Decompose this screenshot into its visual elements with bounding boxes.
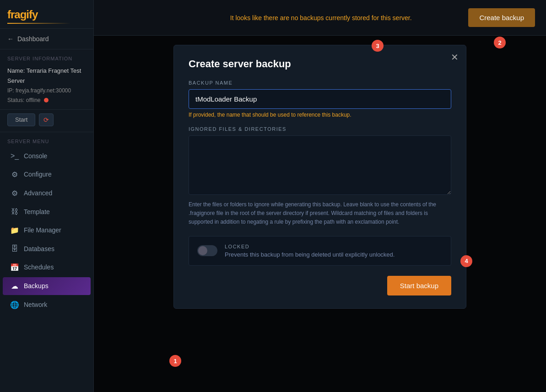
sidebar-item-label: Network <box>24 301 47 308</box>
sidebar-item-configure[interactable]: ⚙ Configure <box>3 166 91 183</box>
sidebar-item-label: Console <box>24 152 47 160</box>
advanced-icon: ⚙ <box>10 189 19 198</box>
logo: fragify <box>0 0 93 29</box>
logo-prefix: fra <box>7 8 20 21</box>
locked-section: LOCKED Prevents this backup from being d… <box>189 236 451 266</box>
ignored-files-hint: Enter the files or folders to ignore whi… <box>189 200 451 227</box>
file-manager-icon: 📁 <box>10 226 19 235</box>
ignored-files-label: IGNORED FILES & DIRECTORIES <box>189 126 451 132</box>
sidebar-item-advanced[interactable]: ⚙ Advanced <box>3 184 91 202</box>
modal-title: Create server backup <box>189 58 451 70</box>
console-icon: >_ <box>10 152 19 160</box>
status-indicator <box>44 98 49 102</box>
step-1-badge: 1 <box>169 355 181 367</box>
create-backup-button[interactable]: Create backup <box>468 8 535 27</box>
back-label: Dashboard <box>17 35 49 43</box>
sidebar-item-label: Backups <box>24 282 49 290</box>
toggle-knob <box>198 246 207 255</box>
sidebar-item-label: Template <box>24 208 50 215</box>
databases-icon: 🗄 <box>10 245 19 253</box>
sidebar-item-label: Databases <box>24 245 54 252</box>
modal-close-button[interactable]: ✕ <box>451 52 459 63</box>
modal-overlay: ✕ 3 4 Create server backup BACKUP NAME I… <box>94 36 546 392</box>
sidebar-item-console[interactable]: >_ Console <box>3 147 91 165</box>
locked-info: LOCKED Prevents this backup from being d… <box>225 244 443 258</box>
server-info-label: Server Information <box>0 49 93 64</box>
no-backups-message: It looks like there are no backups curre… <box>173 14 468 21</box>
sidebar-item-network[interactable]: 🌐 Network <box>3 296 91 314</box>
server-ip: IP: freyja.fragify.net:30000 <box>7 86 86 95</box>
sidebar: fragify ← Dashboard Server Information N… <box>0 0 94 392</box>
logo-text: fragify <box>7 8 86 21</box>
sidebar-item-label: File Manager <box>24 226 61 234</box>
main-content: It looks like there are no backups curre… <box>94 0 546 392</box>
restart-button[interactable]: ⟳ <box>39 113 54 126</box>
backup-name-hint: If provided, the name that should be use… <box>189 112 451 118</box>
server-menu-label: Server Menu <box>0 132 93 147</box>
step-2-badge: 2 <box>494 37 506 48</box>
sidebar-item-databases[interactable]: 🗄 Databases <box>3 240 91 258</box>
backup-name-label: BACKUP NAME <box>189 80 451 86</box>
sidebar-item-file-manager[interactable]: 📁 File Manager <box>3 221 91 239</box>
back-arrow-icon: ← <box>7 35 14 43</box>
start-button[interactable]: Start <box>7 113 35 126</box>
logo-suffix: gify <box>20 8 38 21</box>
schedules-icon: 📅 <box>10 263 19 272</box>
content-area: 2 1 ✕ 3 4 Create server backup BACKUP NA… <box>94 36 546 392</box>
logo-underline <box>7 23 70 24</box>
server-actions: Start ⟳ <box>0 110 93 132</box>
back-to-dashboard[interactable]: ← Dashboard <box>0 29 93 49</box>
sidebar-item-schedules[interactable]: 📅 Schedules <box>3 258 91 276</box>
sidebar-item-label: Schedules <box>24 263 54 271</box>
create-backup-modal: ✕ 3 4 Create server backup BACKUP NAME I… <box>173 45 466 309</box>
backups-icon: ☁ <box>10 282 19 290</box>
sidebar-item-label: Configure <box>24 171 52 178</box>
ignored-files-textarea[interactable] <box>189 135 451 195</box>
topbar: It looks like there are no backups curre… <box>94 0 546 36</box>
step-4-badge: 4 <box>460 255 472 267</box>
locked-label: LOCKED <box>225 244 443 249</box>
sidebar-item-template[interactable]: ⛓ Template <box>3 203 91 220</box>
backup-name-input[interactable] <box>189 89 451 109</box>
restart-icon: ⟳ <box>43 116 49 124</box>
start-backup-button[interactable]: Start backup <box>387 276 451 295</box>
locked-toggle[interactable] <box>197 245 217 256</box>
sidebar-item-label: Advanced <box>24 189 52 197</box>
server-name: Name: Terraria Fragnet Test Server <box>7 66 86 86</box>
locked-desc: Prevents this backup from being deleted … <box>225 251 443 258</box>
sidebar-item-backups[interactable]: ☁ Backups <box>3 277 91 295</box>
server-status: Status: offline <box>7 96 86 105</box>
step-3-badge: 3 <box>372 40 384 52</box>
template-icon: ⛓ <box>10 208 19 216</box>
configure-icon: ⚙ <box>10 170 19 179</box>
network-icon: 🌐 <box>10 301 19 309</box>
server-info: Name: Terraria Fragnet Test Server IP: f… <box>0 64 93 110</box>
